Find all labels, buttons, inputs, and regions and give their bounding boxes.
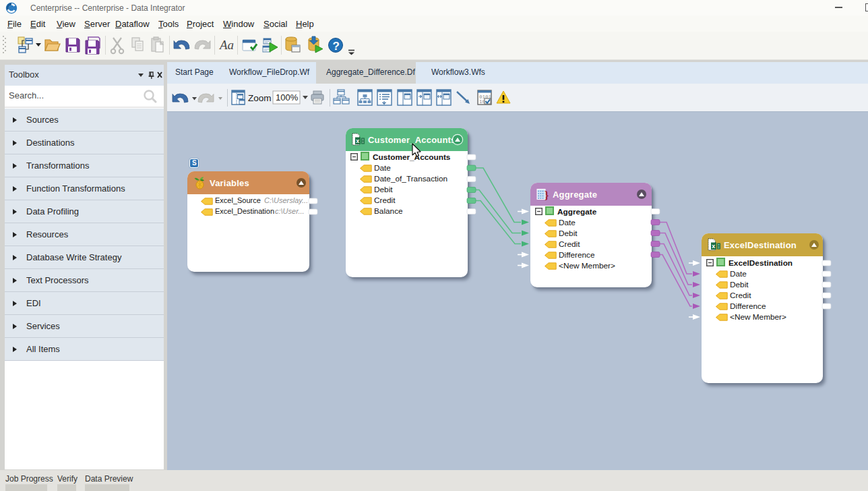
svg-text:?: ? <box>333 40 340 53</box>
svg-text:100%: 100% <box>276 92 299 103</box>
svg-text:Zoom: Zoom <box>248 93 272 103</box>
svg-text:Aa: Aa <box>218 38 234 52</box>
